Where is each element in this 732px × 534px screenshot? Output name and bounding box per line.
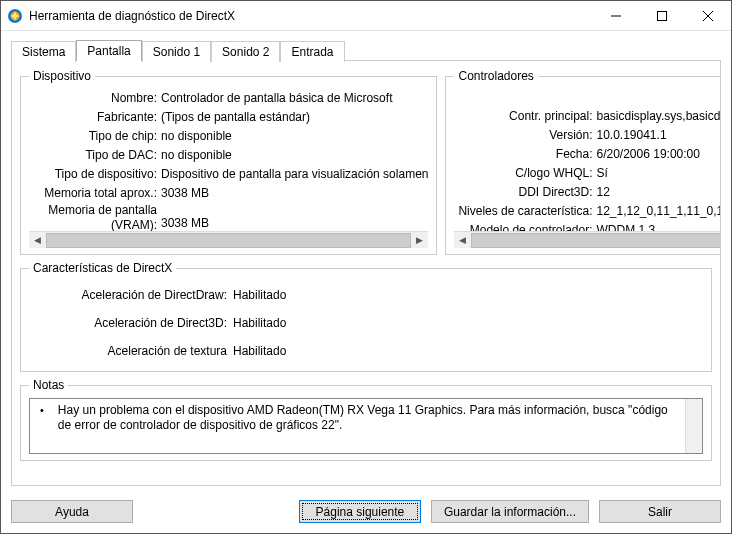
maximize-button[interactable] xyxy=(639,1,685,30)
device-vram-label: Memoria de pantalla(VRAM): xyxy=(29,203,161,231)
close-button[interactable] xyxy=(685,1,731,30)
notes-text: Hay un problema con el dispositivo AMD R… xyxy=(58,403,684,433)
d3d-label: Aceleración de Direct3D: xyxy=(29,309,233,337)
device-manufacturer-value: (Tipos de pantalla estándar) xyxy=(161,108,428,127)
driver-featurelevels-label: Niveles de característica: xyxy=(454,202,596,221)
minimize-button[interactable] xyxy=(593,1,639,30)
driver-version-value: 10.0.19041.1 xyxy=(596,126,721,145)
driver-version-label: Versión: xyxy=(454,126,596,145)
drivers-kv-area: Contr. principal:basicdisplay.sys,basicd… xyxy=(454,89,721,231)
texture-label: Aceleración de textura xyxy=(29,337,233,365)
driver-date-value: 6/20/2006 19:00:00 xyxy=(596,145,721,164)
driver-model-label: Modelo de controlador: xyxy=(454,221,596,231)
device-memtotal-label: Memoria total aprox.: xyxy=(29,184,161,203)
d3d-value: Habilitado xyxy=(233,309,286,337)
scroll-thumb[interactable] xyxy=(46,233,411,248)
notes-textbox[interactable]: • Hay un problema con el dispositivo AMD… xyxy=(29,398,703,454)
device-chip-value: no disponible xyxy=(161,127,428,146)
device-name-label: Nombre: xyxy=(29,89,161,108)
notes-group: Notas • Hay un problema con el dispositi… xyxy=(20,378,712,461)
driver-main-label: Contr. principal: xyxy=(454,107,596,126)
drivers-group-legend: Controladores xyxy=(454,69,537,83)
notes-scrollbar[interactable] xyxy=(685,399,702,453)
ddraw-label: Aceleración de DirectDraw: xyxy=(29,281,233,309)
driver-whql-label: C/logo WHQL: xyxy=(454,164,596,183)
device-vram-value: 3038 MB xyxy=(161,214,428,231)
directx-features-legend: Características de DirectX xyxy=(29,261,176,275)
driver-ddi-value: 12 xyxy=(596,183,721,202)
ddraw-value: Habilitado xyxy=(233,281,286,309)
window-title: Herramienta de diagnóstico de DirectX xyxy=(29,9,593,23)
next-page-button[interactable]: Página siguiente xyxy=(299,500,421,523)
device-kv-area: Nombre:Controlador de pantalla básica de… xyxy=(29,89,428,231)
device-dac-label: Tipo de DAC: xyxy=(29,146,161,165)
tab-sonido1[interactable]: Sonido 1 xyxy=(142,41,211,62)
device-type-value: Dispositivo de pantalla para visualizaci… xyxy=(161,165,428,184)
device-manufacturer-label: Fabricante: xyxy=(29,108,161,127)
device-dac-value: no disponible xyxy=(161,146,428,165)
bullet-icon: • xyxy=(40,403,44,418)
drivers-group: Controladores Contr. principal:basicdisp… xyxy=(445,69,721,255)
device-scrollbar[interactable]: ◀ ▶ xyxy=(29,231,428,248)
texture-value: Habilitado xyxy=(233,337,286,365)
tab-strip: Sistema Pantalla Sonido 1 Sonido 2 Entra… xyxy=(11,39,721,60)
scroll-left-icon[interactable]: ◀ xyxy=(29,232,46,249)
tab-sonido2[interactable]: Sonido 2 xyxy=(211,41,280,62)
driver-date-label: Fecha: xyxy=(454,145,596,164)
driver-ddi-label: DDI Direct3D: xyxy=(454,183,596,202)
notes-legend: Notas xyxy=(29,378,68,392)
tab-panel-pantalla: Dispositivo Nombre:Controlador de pantal… xyxy=(11,60,721,486)
device-chip-label: Tipo de chip: xyxy=(29,127,161,146)
svg-rect-3 xyxy=(658,11,667,20)
top-row: Dispositivo Nombre:Controlador de pantal… xyxy=(20,69,712,255)
driver-featurelevels-value: 12_1,12_0,11_1,11_0,10_1, xyxy=(596,202,721,221)
tab-sistema[interactable]: Sistema xyxy=(11,41,76,62)
scroll-thumb[interactable] xyxy=(471,233,721,248)
driver-main-value: basicdisplay.sys,basicdisplay xyxy=(596,107,721,126)
dxdiag-window: Herramienta de diagnóstico de DirectX Si… xyxy=(0,0,732,534)
tab-entrada[interactable]: Entrada xyxy=(280,41,344,62)
help-button[interactable]: Ayuda xyxy=(11,500,133,523)
drivers-scrollbar[interactable]: ◀ ▶ xyxy=(454,231,721,248)
button-row: Ayuda Página siguiente Guardar la inform… xyxy=(1,492,731,533)
device-memtotal-value: 3038 MB xyxy=(161,184,428,203)
driver-model-value: WDDM 1.3 xyxy=(596,221,721,231)
tab-pantalla[interactable]: Pantalla xyxy=(76,40,141,61)
save-info-button[interactable]: Guardar la información... xyxy=(431,500,589,523)
content-area: Sistema Pantalla Sonido 1 Sonido 2 Entra… xyxy=(1,31,731,492)
scroll-left-icon[interactable]: ◀ xyxy=(454,232,471,249)
window-controls xyxy=(593,1,731,30)
dxdiag-icon xyxy=(7,8,23,24)
exit-button[interactable]: Salir xyxy=(599,500,721,523)
device-group-legend: Dispositivo xyxy=(29,69,95,83)
directx-features-group: Características de DirectX Aceleración d… xyxy=(20,261,712,372)
titlebar: Herramienta de diagnóstico de DirectX xyxy=(1,1,731,31)
scroll-right-icon[interactable]: ▶ xyxy=(411,232,428,249)
device-group: Dispositivo Nombre:Controlador de pantal… xyxy=(20,69,437,255)
device-name-value: Controlador de pantalla básica de Micros… xyxy=(161,89,428,108)
driver-whql-value: Sí xyxy=(596,164,721,183)
device-type-label: Tipo de dispositivo: xyxy=(29,165,161,184)
